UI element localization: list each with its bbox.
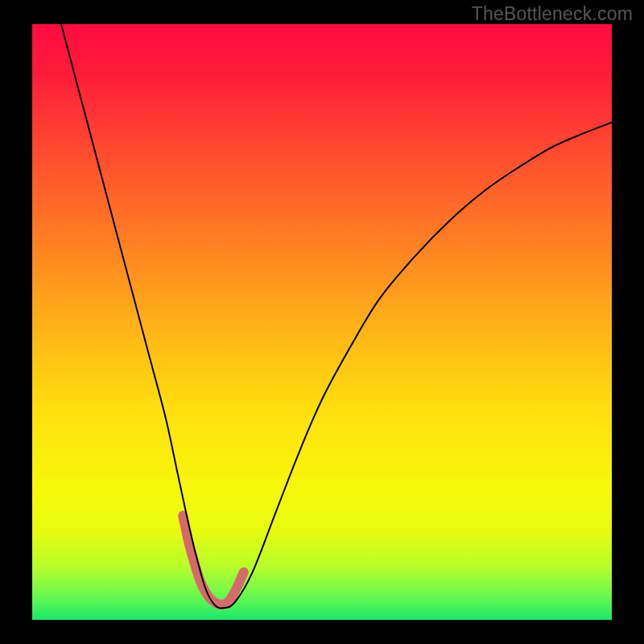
plot-background [32, 24, 612, 620]
watermark-text: TheBottleneck.com [472, 3, 633, 25]
chart-frame: TheBottleneck.com [0, 0, 644, 644]
bottleneck-chart [0, 0, 644, 644]
